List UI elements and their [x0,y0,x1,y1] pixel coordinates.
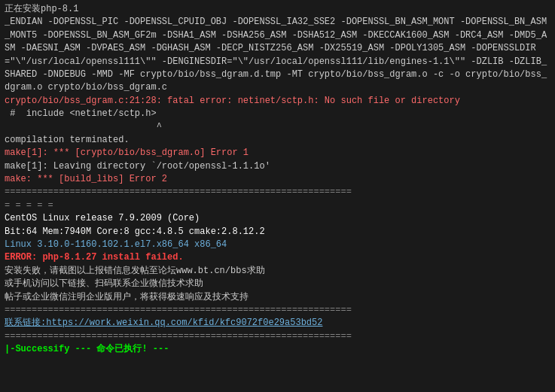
terminal-window: 正在安装php-8.1_ENDIAN -DOPENSSL_PIC -DOPENS… [0,0,555,392]
terminal-line: ========================================… [5,330,550,343]
terminal-line: make[1]: Leaving directory `/root/openss… [5,160,550,173]
terminal-line: ========================================… [5,304,550,317]
terminal-line: Bit:64 Mem:7940M Core:8 gcc:4.8.5 cmake:… [5,226,550,239]
terminal-line: make: *** [build_libs] Error 2 [5,173,550,186]
terminal-line: = = = = = [5,199,550,212]
terminal-line: 正在安装php-8.1 [5,3,550,16]
terminal-line: 帖子或企业微信注明企业版用户，将获得极速响应及技术支持 [5,291,550,304]
terminal-line: 安装失败，请截图以上报错信息发帖至论坛www.bt.cn/bbs求助 [5,265,550,278]
terminal-line: 或手机访问以下链接、扫码联系企业微信技术求助 [5,278,550,290]
terminal-line: crypto/bio/bss_dgram.c:21:28: fatal erro… [5,95,550,108]
terminal-line: Linux 3.10.0-1160.102.1.el7.x86_64 x86_6… [5,239,550,251]
terminal-line: ========================================… [5,186,550,199]
terminal-line: _ENDIAN -DOPENSSL_PIC -DOPENSSL_CPUID_OB… [5,16,550,94]
terminal-line: 联系链接:https://work.weixin.qq.com/kfid/kfc… [5,317,550,330]
terminal-line: # include <netinet/sctp.h> [5,108,550,120]
terminal-line: |-Successify --- 命令已执行! --- [5,343,550,356]
terminal-line: CentOS Linux release 7.9.2009 (Core) [5,212,550,225]
terminal-line: ERROR: php-8.1.27 install failed. [5,251,550,264]
terminal-line: make[1]: *** [crypto/bio/bss_dgram.o] Er… [5,147,550,160]
terminal-line: compilation terminated. [5,134,550,147]
terminal-line: ^ [5,121,550,134]
